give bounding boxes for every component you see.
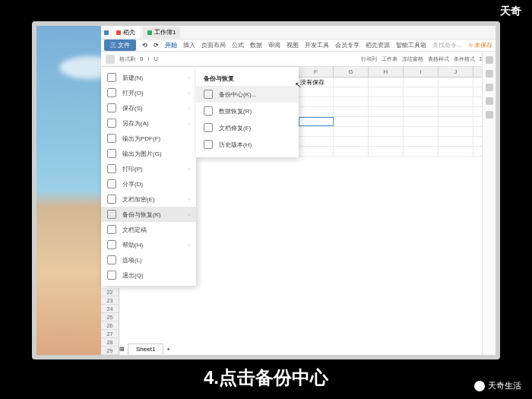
col-header[interactable]: I [404, 67, 439, 77]
menu-layout[interactable]: 页面布局 [201, 41, 226, 49]
col-header[interactable]: J [439, 67, 473, 77]
file-menu-saveas[interactable]: 另存为(A)› [101, 116, 196, 131]
unsaved-indicator[interactable]: ⊙ 未保存 [468, 41, 492, 49]
history-icon [204, 140, 213, 149]
backup-submenu: 备份与恢复 备份中心(K)... 数据恢复(R) 文档修复(F) 历史版本(H) [196, 67, 299, 157]
file-menu-open[interactable]: 打开(O)› [101, 85, 196, 100]
file-menu-panel: 新建(N)› 打开(O)› 保存(S)› 另存为(A)› 输出为PDF(F) 输… [101, 67, 196, 286]
selected-cell[interactable] [299, 117, 334, 126]
file-menu-image[interactable]: 输出为图片(G) [101, 146, 196, 161]
image-icon [107, 149, 116, 158]
right-sidebar [482, 52, 496, 355]
row-header[interactable]: 22 [101, 288, 119, 296]
sheet-icon [147, 30, 152, 35]
submenu-data-recovery[interactable]: 数据恢复(R) [196, 103, 299, 119]
tab-nav-icon[interactable]: ⊞ [119, 346, 125, 353]
ribbon-label[interactable]: 表格样式 [428, 55, 449, 63]
backup-icon [107, 210, 116, 219]
ribbon-label[interactable]: 格式刷 [119, 55, 135, 63]
submenu-title: 备份与恢复 [196, 71, 299, 86]
file-menu-options[interactable]: 选项(L) [101, 252, 196, 268]
tutorial-caption: 4.点击备份中心 [204, 366, 328, 390]
row-header[interactable]: 28 [101, 338, 119, 347]
tab-docer[interactable]: 稻壳 [112, 27, 140, 38]
file-menu-finalize[interactable]: 文档定稿 [101, 222, 196, 237]
print-icon [107, 164, 116, 173]
ribbon-bold[interactable]: B [140, 56, 144, 62]
recovery-icon [204, 106, 213, 116]
sidebar-icon[interactable] [486, 84, 493, 91]
ribbon-icon[interactable] [106, 55, 115, 64]
top-watermark: 天奇 [500, 5, 521, 18]
file-menu-share[interactable]: 分享(D) [101, 176, 196, 192]
share-icon [107, 179, 116, 188]
lock-icon [107, 195, 116, 204]
title-bar: 稻壳 工作簿1 [101, 26, 496, 40]
sheet-tab[interactable]: Sheet1 [128, 344, 163, 354]
ribbon-label[interactable]: 条件格式 [454, 55, 475, 63]
file-menu-help[interactable]: 帮助(H)› [101, 237, 196, 252]
app-icon [104, 30, 109, 35]
menu-insert[interactable]: 插入 [183, 41, 195, 49]
menu-smart[interactable]: 智能工具箱 [396, 41, 426, 49]
qat-icon[interactable]: ⟲ [142, 42, 147, 49]
col-header[interactable]: G [334, 67, 369, 77]
cell[interactable]: 没有保存 [299, 78, 334, 87]
new-icon [107, 73, 116, 82]
file-menu-button[interactable]: 三 文件 [104, 40, 136, 51]
menu-review[interactable]: 审阅 [268, 41, 280, 49]
ribbon-label[interactable]: 冻结窗格 [402, 55, 423, 63]
sidebar-icon[interactable] [486, 111, 493, 119]
save-icon [107, 103, 116, 112]
row-header[interactable]: 27 [101, 330, 119, 338]
repair-icon [204, 123, 213, 132]
desktop-wallpaper: 稻壳 工作簿1 三 文件 ⟲ ⟳ 开始 插入 页面布局 公式 数据 审阅 视图 … [36, 26, 496, 355]
finalize-icon [107, 225, 116, 234]
ribbon-underline[interactable]: U [154, 56, 158, 62]
row-header[interactable]: 23 [101, 296, 119, 305]
wps-spreadsheet-window: 稻壳 工作簿1 三 文件 ⟲ ⟳ 开始 插入 页面布局 公式 数据 审阅 视图 … [101, 26, 496, 355]
search-box[interactable]: 查找命令... [432, 41, 462, 49]
row-header[interactable]: 29 [101, 347, 119, 355]
file-menu-exit[interactable]: 退出(Q) [101, 268, 196, 283]
sidebar-icon[interactable] [486, 70, 493, 78]
file-menu-print[interactable]: 打印(P)› [101, 161, 196, 176]
col-header[interactable]: F [299, 67, 334, 77]
row-header[interactable]: 25 [101, 313, 119, 321]
menu-view[interactable]: 视图 [287, 41, 299, 49]
menu-start[interactable]: 开始 [165, 41, 177, 49]
menu-formula[interactable]: 公式 [232, 41, 244, 49]
pdf-icon [107, 134, 116, 143]
sidebar-icon[interactable] [486, 56, 493, 64]
sidebar-icon[interactable] [486, 97, 493, 105]
file-menu-pdf[interactable]: 输出为PDF(F) [101, 131, 196, 146]
monitor-frame: 稻壳 工作簿1 三 文件 ⟲ ⟳ 开始 插入 页面布局 公式 数据 审阅 视图 … [32, 21, 500, 359]
qat-icon[interactable]: ⟳ [154, 42, 159, 49]
menu-member[interactable]: 会员专享 [335, 41, 359, 49]
file-menu-save[interactable]: 保存(S)› [101, 100, 196, 116]
row-header[interactable]: 24 [101, 305, 119, 313]
file-menu-backup[interactable]: 备份与恢复(K)› [101, 207, 196, 222]
file-menu-encrypt[interactable]: 文档加密(E)› [101, 192, 196, 207]
ribbon-label[interactable]: 行和列 [361, 55, 377, 63]
main-area: 新建(N)› 打开(O)› 保存(S)› 另存为(A)› 输出为PDF(F) 输… [101, 67, 496, 355]
exit-icon [107, 271, 116, 280]
submenu-history[interactable]: 历史版本(H) [196, 136, 299, 153]
spreadsheet-grid[interactable]: F G H I J K 没有保存 [299, 67, 496, 355]
grid-row[interactable]: 没有保存 [299, 78, 496, 87]
menu-dev[interactable]: 开发工具 [305, 41, 329, 49]
menu-docer[interactable]: 稻壳资源 [366, 41, 390, 49]
col-header[interactable]: H [369, 67, 404, 77]
add-sheet-icon[interactable]: + [166, 346, 170, 353]
sheet-tabs: ⊞ Sheet1 + [119, 343, 170, 355]
menu-data[interactable]: 数据 [250, 41, 262, 49]
ribbon-italic[interactable]: I [148, 56, 150, 62]
column-headers: F G H I J K [299, 67, 496, 78]
tab-workbook[interactable]: 工作簿1 [143, 27, 180, 38]
row-header[interactable]: 26 [101, 321, 119, 330]
file-menu-new[interactable]: 新建(N)› [101, 70, 196, 85]
ribbon-label[interactable]: 工作表 [382, 55, 397, 63]
submenu-doc-repair[interactable]: 文档修复(F) [196, 119, 299, 136]
bottom-watermark: 天奇生活 [474, 380, 521, 391]
submenu-backup-center[interactable]: 备份中心(K)... [196, 86, 299, 103]
